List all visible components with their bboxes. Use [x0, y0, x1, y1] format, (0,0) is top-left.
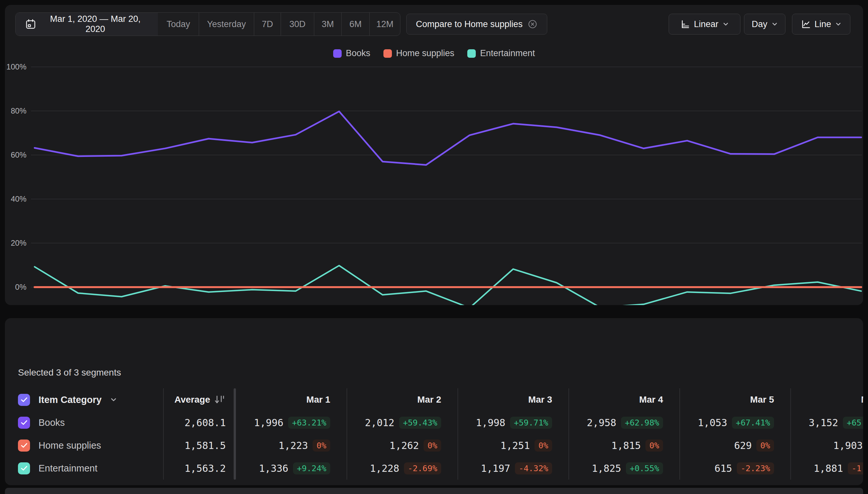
row-checkbox-books[interactable] — [18, 417, 30, 429]
average-value: 1,563.2 — [185, 463, 226, 474]
cell-value: 1,903 — [833, 440, 863, 451]
change-badge: +59.43% — [399, 417, 441, 429]
change-badge: 0% — [423, 439, 441, 452]
cell-value: 1,336 — [259, 463, 288, 474]
select-all-checkbox[interactable] — [18, 394, 30, 406]
change-badge: -1.16% — [848, 462, 863, 474]
change-badge: +63.21% — [288, 417, 330, 429]
cell-value: 2,012 — [365, 417, 394, 429]
change-badge: -4.32% — [515, 462, 552, 474]
row-label: Home supplies — [38, 440, 101, 451]
day-value-cell: 2,958+62.98% — [568, 411, 679, 434]
day-column-header: Mar 4 — [568, 388, 679, 411]
cell-value: 629 — [734, 440, 752, 451]
line-chart[interactable]: 100%80%60%40%20%0%Mar 1Mar 2Mar 3Mar 4Ma… — [5, 5, 863, 305]
day-header-label: Mar 6 — [861, 395, 863, 405]
day-value-cell: 3,152+65.63% — [790, 411, 863, 434]
average-value-cell: 1,581.5 — [163, 434, 234, 457]
cell-value: 1,262 — [390, 440, 419, 451]
svg-text:80%: 80% — [11, 107, 26, 115]
row-category-cell: Entertainment — [18, 457, 98, 480]
series-line-entertainment — [35, 266, 861, 305]
change-badge: 0% — [756, 439, 774, 452]
svg-text:60%: 60% — [11, 150, 26, 159]
column-divider — [346, 388, 347, 480]
change-badge: +65.63% — [843, 417, 863, 429]
cell-value: 1,053 — [698, 417, 727, 429]
freeze-divider-handle[interactable] — [234, 388, 236, 480]
column-divider — [790, 388, 791, 480]
day-value-cell: 1,881-1.16% — [790, 457, 863, 480]
check-icon — [21, 465, 28, 471]
segments-summary: Selected 3 of 3 segments — [18, 367, 121, 378]
day-header-label: Mar 4 — [639, 395, 663, 405]
cell-value: 1,251 — [501, 440, 530, 451]
cell-value: 1,881 — [813, 463, 843, 474]
average-header-cell[interactable]: Average — [163, 388, 234, 411]
change-badge: 0% — [534, 439, 552, 452]
row-checkbox-home-supplies[interactable] — [18, 439, 30, 452]
change-badge: +9.24% — [293, 462, 330, 474]
cell-value: 1,197 — [481, 463, 510, 474]
cell-value: 2,958 — [587, 417, 616, 429]
table-row-books: Books2,608.11,996+63.21%2,012+59.43%1,99… — [5, 411, 863, 434]
day-column-header: Mar 6 — [790, 388, 863, 411]
check-icon — [21, 397, 28, 403]
column-divider — [457, 388, 458, 480]
day-column-header: Mar 1 — [235, 388, 346, 411]
day-value-cell: 1,053+67.41% — [679, 411, 790, 434]
row-checkbox-entertainment[interactable] — [18, 462, 30, 474]
day-header-label: Mar 5 — [750, 395, 774, 405]
average-value: 1,581.5 — [185, 440, 226, 451]
table-row-entertainment: Entertainment1,563.21,336+9.24%1,228-2.6… — [5, 457, 863, 480]
day-value-cell: 615-2.23% — [679, 457, 790, 480]
day-value-cell: 1,998+59.71% — [457, 411, 568, 434]
category-chevron-icon[interactable] — [110, 396, 117, 403]
day-value-cell: 1,8150% — [568, 434, 679, 457]
average-value-cell: 2,608.1 — [163, 411, 234, 434]
average-header-label: Average — [174, 395, 210, 405]
day-header-label: Mar 1 — [306, 395, 330, 405]
average-value-cell: 1,563.2 — [163, 457, 234, 480]
row-label: Books — [38, 417, 65, 428]
bottom-panel-edge — [5, 488, 863, 494]
day-value-cell: 1,2230% — [235, 434, 346, 457]
cell-value: 1,996 — [254, 417, 283, 429]
check-icon — [21, 442, 28, 448]
table-header-row: Item CategoryAverageMar 1Mar 2Mar 3Mar 4… — [5, 388, 863, 411]
cell-value: 615 — [715, 463, 732, 474]
day-value-cell: 1,228-2.69% — [346, 457, 457, 480]
change-badge: +67.41% — [732, 417, 774, 429]
day-header-label: Mar 2 — [417, 395, 441, 405]
average-value: 2,608.1 — [185, 417, 226, 429]
column-divider — [163, 388, 164, 480]
dashboard-page: Mar 1, 2020 — Mar 20, 2020 TodayYesterda… — [0, 0, 868, 494]
sort-descending-icon — [214, 395, 226, 405]
change-badge: 0% — [313, 439, 330, 452]
day-column-header: Mar 5 — [679, 388, 790, 411]
day-value-cell: 1,2510% — [457, 434, 568, 457]
day-value-cell: 1,336+9.24% — [235, 457, 346, 480]
change-badge: +62.98% — [621, 417, 663, 429]
row-label: Entertainment — [38, 463, 98, 474]
column-divider — [679, 388, 680, 480]
day-value-cell: 1,9030% — [790, 434, 863, 457]
day-value-cell: 1,197-4.32% — [457, 457, 568, 480]
change-badge: +0.55% — [626, 462, 663, 474]
gridlines — [31, 67, 862, 287]
day-value-cell: 1,996+63.21% — [235, 411, 346, 434]
svg-text:40%: 40% — [11, 194, 26, 203]
cell-value: 1,998 — [476, 417, 505, 429]
row-category-cell: Books — [18, 411, 65, 434]
check-icon — [21, 420, 28, 425]
day-value-cell: 2,012+59.43% — [346, 411, 457, 434]
day-column-header: Mar 3 — [457, 388, 568, 411]
day-column-header: Mar 2 — [346, 388, 457, 411]
row-category-cell: Home supplies — [18, 434, 101, 457]
day-value-cell: 1,825+0.55% — [568, 457, 679, 480]
category-header-cell: Item Category — [18, 388, 117, 411]
table-row-home-supplies: Home supplies1,581.51,2230%1,2620%1,2510… — [5, 434, 863, 457]
change-badge: -2.23% — [737, 462, 774, 474]
cell-value: 1,825 — [591, 463, 621, 474]
series-line-books — [35, 111, 861, 165]
